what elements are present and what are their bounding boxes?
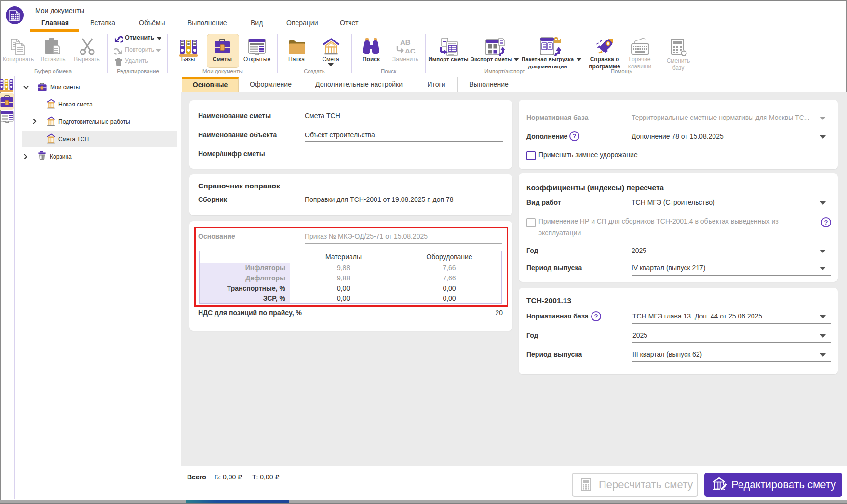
svg-text:AC: AC (405, 47, 416, 55)
svg-text:AB: AB (400, 39, 411, 46)
